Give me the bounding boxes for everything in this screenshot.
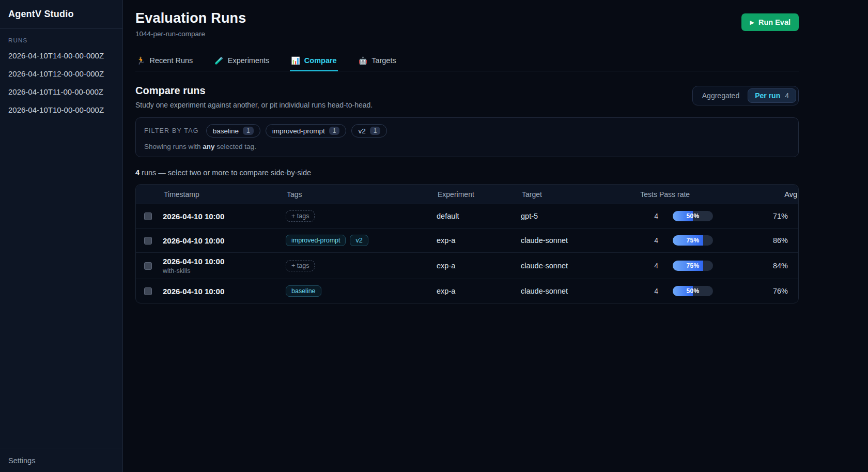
row-experiment: exp-a <box>437 287 521 295</box>
toggle-aggregated[interactable]: Aggregated <box>695 88 747 103</box>
filter-tag-name: improved-prompt <box>272 127 325 135</box>
tab-bar: 🏃 Recent Runs 🧪 Experiments 📊 Compare 🤖 … <box>135 52 799 71</box>
test-tube-icon: 🧪 <box>214 56 223 65</box>
filter-by-tag-card: FILTER BY TAG baseline 1 improved-prompt… <box>135 117 799 157</box>
row-timestamp: 2026-04-10 10:00 <box>163 212 286 221</box>
table-row: 2026-04-10 10:00 + tags default gpt-5 4 … <box>136 204 798 228</box>
pass-rate-bar: 50% <box>673 211 713 221</box>
filter-tag-improved-prompt[interactable]: improved-prompt 1 <box>266 124 347 138</box>
bar-chart-icon: 📊 <box>291 56 300 65</box>
runs-table: Timestamp Tags Experiment Target Tests P… <box>135 184 799 303</box>
row-target: gpt-5 <box>521 212 627 220</box>
table-row: 2026-04-10 10:00 baseline exp-a claude-s… <box>136 279 798 303</box>
filter-tag-name: baseline <box>213 127 239 135</box>
pass-rate-label: 75% <box>673 235 713 246</box>
play-icon: ▶ <box>750 19 754 26</box>
toggle-per-run-count: 4 <box>785 92 789 100</box>
compare-section-header: Compare runs Study one experiment agains… <box>135 85 799 109</box>
filter-tag-count: 1 <box>370 127 381 135</box>
row-tests: 4 <box>627 212 658 220</box>
tag-chip[interactable]: baseline <box>286 285 321 297</box>
run-eval-button[interactable]: ▶ Run Eval <box>741 13 799 31</box>
row-timestamp: 2026-04-10 10:00 <box>163 236 286 245</box>
tab-label: Targets <box>371 56 396 65</box>
sidebar-run-item[interactable]: 2026-04-10T14-00-00-000Z <box>0 47 122 65</box>
row-checkbox[interactable] <box>144 262 152 270</box>
pass-rate-label: 75% <box>673 261 713 271</box>
row-target: claude-sonnet <box>521 262 627 270</box>
row-timestamp: 2026-04-10 10:00 <box>163 257 286 266</box>
runs-summary: 4 runs — select two or more to compare s… <box>135 169 799 177</box>
tab-label: Experiments <box>228 56 270 65</box>
pass-rate-bar: 75% <box>673 235 713 246</box>
row-avg: 71% <box>737 212 798 220</box>
row-tests: 4 <box>627 287 658 295</box>
filter-note: Showing runs with any selected tag. <box>144 143 790 150</box>
row-avg: 76% <box>737 287 798 295</box>
col-pass-rate: Pass rate <box>658 190 737 199</box>
col-target: Target <box>521 190 627 199</box>
app-title: AgentV Studio <box>0 0 122 29</box>
row-experiment: default <box>437 212 521 220</box>
sidebar-run-list: 2026-04-10T14-00-00-000Z 2026-04-10T12-0… <box>0 47 122 119</box>
row-checkbox[interactable] <box>144 287 152 295</box>
filter-tag-v2[interactable]: v2 1 <box>351 124 387 138</box>
col-experiment: Experiment <box>437 190 521 199</box>
toggle-per-run-label: Per run <box>755 92 780 100</box>
tag-chip[interactable]: improved-prompt <box>286 235 346 246</box>
sidebar-section-label: RUNS <box>0 29 122 47</box>
add-tags-button[interactable]: + tags <box>286 210 315 222</box>
runner-icon: 🏃 <box>136 56 145 65</box>
row-target: claude-sonnet <box>521 287 627 295</box>
settings-link[interactable]: Settings <box>0 449 122 472</box>
tag-chip[interactable]: v2 <box>350 235 368 246</box>
pass-rate-label: 50% <box>673 211 713 221</box>
sidebar-run-item[interactable]: 2026-04-10T10-00-00-000Z <box>0 101 122 119</box>
col-timestamp: Timestamp <box>163 190 286 199</box>
tab-label: Compare <box>304 56 337 65</box>
page-title: Evaluation Runs <box>135 10 246 26</box>
robot-icon: 🤖 <box>359 56 367 65</box>
view-mode-toggle: Aggregated Per run 4 <box>692 86 799 105</box>
row-avg: 86% <box>737 236 798 245</box>
tab-experiments[interactable]: 🧪 Experiments <box>213 52 270 71</box>
toggle-per-run[interactable]: Per run 4 <box>748 88 796 103</box>
row-checkbox[interactable] <box>144 212 152 220</box>
runs-count: 4 <box>135 169 140 177</box>
page-subtitle: 1044-per-run-compare <box>135 30 246 38</box>
row-subtitle: with-skills <box>163 267 286 275</box>
row-target: claude-sonnet <box>521 236 627 245</box>
filter-tag-count: 1 <box>329 127 340 135</box>
row-tests: 4 <box>627 262 658 270</box>
row-checkbox[interactable] <box>144 237 152 245</box>
tab-recent-runs[interactable]: 🏃 Recent Runs <box>135 52 194 71</box>
run-eval-label: Run Eval <box>758 18 791 26</box>
pass-rate-label: 50% <box>673 286 713 296</box>
table-row: 2026-04-10 10:00 with-skills + tags exp-… <box>136 252 798 279</box>
col-tags: Tags <box>286 190 437 199</box>
row-experiment: exp-a <box>437 262 521 270</box>
sidebar: AgentV Studio RUNS 2026-04-10T14-00-00-0… <box>0 0 123 472</box>
compare-heading: Compare runs <box>135 85 373 97</box>
compare-description: Study one experiment against another, or… <box>135 101 373 109</box>
table-header-row: Timestamp Tags Experiment Target Tests P… <box>136 185 798 204</box>
page-header: Evaluation Runs 1044-per-run-compare ▶ R… <box>135 10 799 38</box>
row-avg: 84% <box>737 262 798 270</box>
add-tags-button[interactable]: + tags <box>286 260 315 271</box>
table-row: 2026-04-10 10:00 improved-prompt v2 exp-… <box>136 228 798 252</box>
row-timestamp: 2026-04-10 10:00 <box>163 287 286 296</box>
sidebar-run-item[interactable]: 2026-04-10T11-00-00-000Z <box>0 83 122 101</box>
tab-targets[interactable]: 🤖 Targets <box>358 52 397 71</box>
sidebar-run-item[interactable]: 2026-04-10T12-00-00-000Z <box>0 65 122 83</box>
col-avg: Avg <box>737 190 798 199</box>
col-tests: Tests <box>627 190 658 199</box>
filter-label: FILTER BY TAG <box>144 127 199 134</box>
tab-label: Recent Runs <box>149 56 193 65</box>
filter-tag-name: v2 <box>358 127 365 135</box>
tab-compare[interactable]: 📊 Compare <box>290 52 337 71</box>
filter-tag-baseline[interactable]: baseline 1 <box>206 124 260 138</box>
row-tests: 4 <box>627 236 658 245</box>
row-experiment: exp-a <box>437 236 521 245</box>
main-content: Evaluation Runs 1044-per-run-compare ▶ R… <box>123 0 868 472</box>
pass-rate-bar: 75% <box>673 261 713 271</box>
